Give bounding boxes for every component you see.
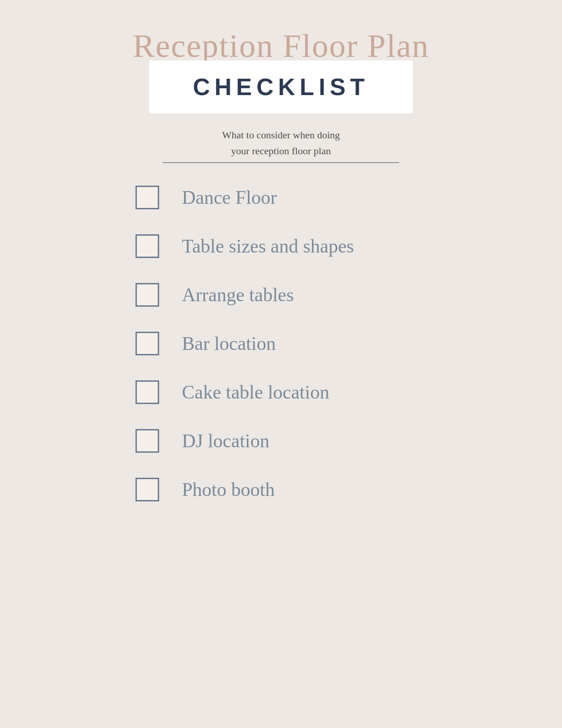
label-bar-location: Bar location (182, 333, 276, 354)
checklist-items: Dance FloorTable sizes and shapesArrange… (99, 186, 463, 526)
checklist-box: CHECKLIST (149, 61, 413, 113)
list-item: Photo booth (135, 478, 463, 501)
subtitle: What to consider when doing your recepti… (222, 127, 340, 159)
page-wrapper: Reception Floor Plan CHECKLIST What to c… (76, 27, 486, 526)
script-title: Reception Floor Plan (133, 27, 429, 65)
checkbox-photo-booth[interactable] (135, 478, 159, 501)
checkbox-dj-location[interactable] (135, 429, 159, 453)
list-item: Cake table location (135, 380, 463, 404)
label-arrange-tables: Arrange tables (182, 284, 294, 306)
checkbox-dance-floor[interactable] (135, 186, 159, 209)
label-dance-floor: Dance Floor (182, 187, 277, 208)
checkbox-bar-location[interactable] (135, 332, 159, 355)
list-item: DJ location (135, 429, 463, 453)
checkbox-cake-table[interactable] (135, 380, 159, 404)
label-table-sizes: Table sizes and shapes (182, 235, 354, 257)
list-item: Table sizes and shapes (135, 234, 463, 258)
label-photo-booth: Photo booth (182, 479, 275, 500)
checkbox-arrange-tables[interactable] (135, 283, 159, 307)
label-dj-location: DJ location (182, 430, 269, 452)
checkbox-table-sizes[interactable] (135, 234, 159, 258)
divider (163, 162, 399, 163)
label-cake-table: Cake table location (182, 381, 329, 403)
list-item: Dance Floor (135, 186, 463, 209)
list-item: Arrange tables (135, 283, 463, 307)
list-item: Bar location (135, 332, 463, 355)
checklist-heading: CHECKLIST (186, 73, 376, 101)
